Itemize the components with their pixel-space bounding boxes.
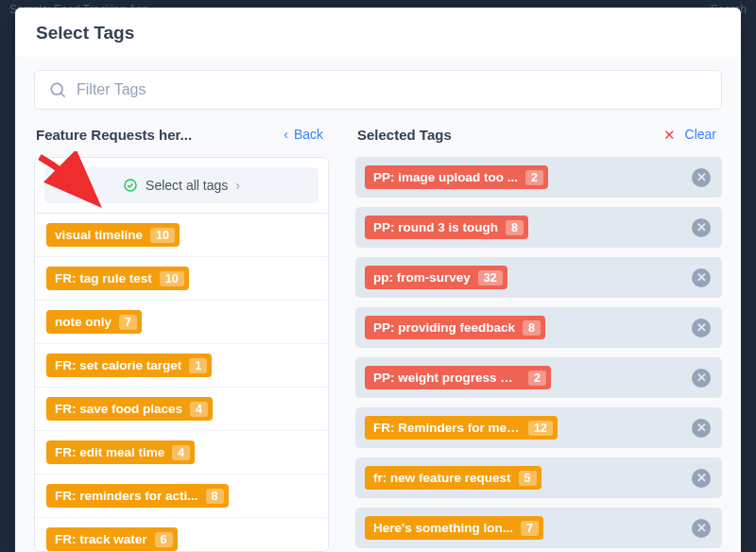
close-icon: ✕	[696, 421, 707, 435]
tag-label: Here's something lon...	[373, 516, 513, 540]
tag-label: FR: save food places	[55, 397, 182, 421]
available-tag-row[interactable]: FR: track water6	[35, 518, 328, 552]
filter-tags-input[interactable]	[77, 81, 708, 98]
close-icon: ✕	[696, 220, 707, 234]
available-tag-row[interactable]: FR: set calorie target1	[35, 344, 328, 388]
tag-pill: FR: tag rule test10	[46, 267, 189, 290]
available-tag-row[interactable]: visual timeline10	[35, 214, 328, 257]
tag-label: pp: from-survey	[373, 266, 471, 289]
clear-button[interactable]: ✕ Clear	[660, 125, 720, 144]
tag-pill: PP: weight progress hi...2	[365, 366, 551, 389]
selected-tag-row: PP: round 3 is tough8✕	[355, 207, 722, 248]
selected-tag-row: Here's something lon...7✕	[355, 508, 722, 548]
chevron-left-icon: ‹	[284, 127, 288, 142]
tag-label: FR: reminders for acti...	[55, 484, 198, 508]
tag-pill: pp: from-survey32	[365, 266, 507, 289]
tag-label: FR: tag rule test	[55, 267, 152, 290]
select-tags-modal: Select Tags Feature Requests her... ‹ Ba…	[15, 8, 741, 552]
selected-tag-row: fr: new feature request5✕	[355, 457, 722, 498]
selected-tag-row: PP: image upload too ...2✕	[355, 157, 722, 198]
tag-label: FR: track water	[55, 527, 147, 551]
tag-pill: Here's something lon...7	[365, 516, 543, 540]
available-tag-row[interactable]: FR: tag rule test10	[35, 257, 328, 301]
tag-pill: FR: track water6	[46, 527, 178, 551]
modal-title: Select Tags	[15, 8, 741, 57]
tag-count: 4	[190, 402, 208, 417]
close-icon: ✕	[696, 521, 707, 535]
select-all-tags-button[interactable]: Select all tags ›	[44, 167, 318, 203]
selected-tags-list: PP: image upload too ...2✕PP: round 3 is…	[355, 157, 722, 552]
tag-pill: PP: providing feedback8	[365, 316, 545, 339]
tag-pill: PP: image upload too ...2	[365, 165, 548, 189]
selected-tag-row: FR: Reminders for meals12✕	[355, 407, 722, 448]
tag-pill: FR: set calorie target1	[46, 354, 212, 377]
available-tag-row[interactable]: FR: edit meal time4	[35, 431, 328, 474]
remove-tag-button[interactable]: ✕	[692, 218, 711, 237]
close-icon: ✕	[696, 270, 707, 285]
tag-count: 6	[155, 532, 173, 547]
selected-tag-row: PP: weight progress hi...2✕	[355, 357, 722, 398]
tag-count: 5	[519, 471, 537, 486]
tag-count: 10	[150, 228, 175, 243]
tag-label: PP: image upload too ...	[373, 165, 518, 189]
tag-count: 1	[189, 358, 207, 373]
back-label: Back	[294, 127, 323, 142]
available-tags-column: Feature Requests her... ‹ Back Select al…	[34, 125, 329, 552]
remove-tag-button[interactable]: ✕	[692, 519, 711, 538]
tag-count: 32	[478, 270, 503, 285]
select-all-label: Select all tags	[146, 178, 228, 193]
svg-line-1	[61, 94, 65, 97]
tag-label: PP: weight progress hi...	[373, 366, 521, 389]
close-icon: ✕	[663, 128, 676, 142]
tag-pill: note only7	[46, 310, 142, 334]
remove-tag-button[interactable]: ✕	[692, 319, 711, 337]
selected-tag-row: PP: providing feedback8✕	[355, 307, 722, 348]
check-circle-icon	[123, 178, 138, 193]
tag-pill: visual timeline10	[46, 223, 180, 247]
available-tag-row[interactable]: FR: save food places4	[35, 388, 328, 431]
remove-tag-button[interactable]: ✕	[692, 469, 711, 488]
tag-label: visual timeline	[55, 223, 143, 247]
available-tag-row[interactable]: note only7	[35, 301, 328, 344]
selected-tag-row: pp: from-survey32✕	[355, 257, 722, 298]
tag-pill: FR: reminders for acti...8	[46, 484, 229, 508]
close-icon: ✕	[696, 320, 707, 335]
tag-label: PP: round 3 is tough	[373, 216, 498, 239]
available-tags-panel: Select all tags › visual timeline10FR: t…	[34, 157, 329, 552]
tag-pill: FR: save food places4	[46, 397, 213, 421]
tag-count: 8	[523, 320, 541, 336]
tag-label: fr: new feature request	[373, 466, 511, 490]
remove-tag-button[interactable]: ✕	[692, 369, 711, 388]
tag-count: 2	[528, 371, 546, 386]
remove-tag-button[interactable]: ✕	[692, 168, 711, 187]
back-button[interactable]: ‹ Back	[280, 125, 327, 144]
available-heading: Feature Requests her...	[36, 127, 192, 143]
remove-tag-button[interactable]: ✕	[692, 419, 711, 438]
modal-body: Feature Requests her... ‹ Back Select al…	[15, 57, 741, 552]
tag-pill: PP: round 3 is tough8	[365, 216, 528, 239]
tag-count: 8	[506, 220, 524, 235]
tag-count: 2	[525, 170, 543, 185]
tag-label: note only	[55, 310, 112, 334]
tag-label: FR: Reminders for meals	[373, 416, 521, 440]
tag-pill: FR: Reminders for meals12	[365, 416, 558, 440]
tag-count: 7	[521, 521, 539, 536]
selected-tags-column: Selected Tags ✕ Clear PP: image upload t…	[355, 125, 722, 552]
search-icon	[48, 80, 67, 99]
tag-pill: fr: new feature request5	[365, 466, 541, 490]
tag-count: 10	[160, 271, 184, 286]
tag-label: FR: set calorie target	[55, 354, 181, 377]
tag-label: PP: providing feedback	[373, 316, 515, 339]
clear-label: Clear	[685, 127, 716, 142]
tag-label: FR: edit meal time	[55, 440, 164, 464]
svg-point-0	[51, 83, 62, 95]
close-icon: ✕	[696, 170, 707, 184]
close-icon: ✕	[696, 471, 707, 485]
tag-count: 12	[528, 421, 553, 436]
available-tag-row[interactable]: FR: reminders for acti...8	[35, 474, 328, 518]
filter-tags-field[interactable]	[34, 70, 722, 110]
tag-count: 4	[172, 445, 190, 460]
chevron-right-icon: ›	[235, 178, 240, 193]
close-icon: ✕	[696, 371, 707, 385]
remove-tag-button[interactable]: ✕	[692, 268, 711, 287]
